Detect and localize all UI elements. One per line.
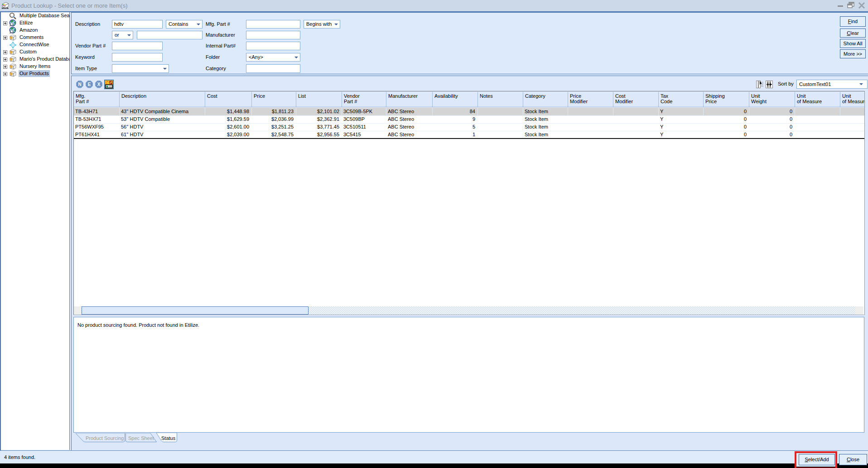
- svg-text:Spec Sheet: Spec Sheet: [128, 435, 154, 441]
- svg-text:E: E: [88, 82, 91, 87]
- svg-text:N: N: [78, 82, 81, 87]
- svg-text:Product Sourcing: Product Sourcing: [86, 435, 124, 441]
- svg-text:X: X: [97, 82, 101, 87]
- svg-text:Status: Status: [161, 435, 176, 441]
